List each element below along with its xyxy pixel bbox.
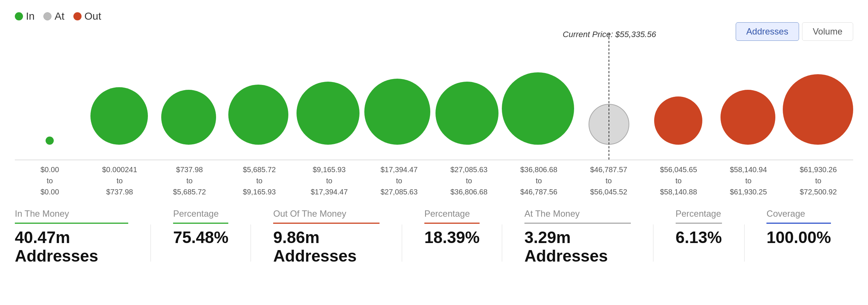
chart-area: Current Price: $55,335.56 bbox=[15, 33, 853, 160]
range-to-9: to bbox=[675, 177, 682, 185]
range-col-4: $9,165.93to$17,394.47 bbox=[294, 164, 364, 197]
bubble-col-10 bbox=[713, 33, 783, 145]
stat-label-2: Out Of The Money bbox=[273, 209, 380, 219]
bubble-1 bbox=[90, 87, 148, 145]
range-line3-2: $5,685.72 bbox=[173, 188, 206, 196]
stat-divider-3 bbox=[502, 224, 502, 262]
range-line1-2: $737.98 bbox=[176, 165, 203, 174]
range-line3-5: $27,085.63 bbox=[381, 188, 418, 196]
range-line1-11: $61,930.26 bbox=[800, 165, 837, 174]
stat-underline-5 bbox=[676, 223, 722, 224]
range-line1-10: $58,140.94 bbox=[730, 165, 767, 174]
bubble-11 bbox=[783, 74, 853, 145]
bubble-col-2 bbox=[154, 33, 223, 145]
stat-group-1: Percentage 75.48% bbox=[173, 209, 251, 247]
range-to-5: to bbox=[396, 177, 402, 185]
stat-label-5: Percentage bbox=[676, 209, 722, 219]
stat-label-0: In The Money bbox=[15, 209, 128, 219]
legend-dot-at bbox=[43, 12, 52, 20]
stat-divider-1 bbox=[251, 224, 251, 262]
range-col-11: $61,930.26to$72,500.92 bbox=[783, 164, 854, 197]
stat-underline-3 bbox=[424, 223, 480, 224]
legend: In At Out bbox=[0, 0, 868, 22]
range-to-10: to bbox=[745, 177, 752, 185]
range-col-7: $36,806.68to$46,787.56 bbox=[504, 164, 574, 197]
stat-divider-4 bbox=[653, 224, 653, 262]
range-line3-8: $56,045.52 bbox=[590, 188, 627, 196]
bubble-col-0 bbox=[15, 33, 85, 145]
legend-item-out: Out bbox=[73, 10, 101, 22]
current-price-label: Current Price: $55,335.56 bbox=[557, 30, 661, 39]
stat-divider-2 bbox=[402, 224, 402, 262]
range-line1-3: $5,685.72 bbox=[243, 165, 276, 174]
range-line1-4: $9,165.93 bbox=[313, 165, 346, 174]
range-to-0: to bbox=[47, 177, 53, 185]
stat-value-1: 75.48% bbox=[173, 228, 228, 247]
range-to-2: to bbox=[186, 177, 193, 185]
bubble-col-11 bbox=[783, 33, 853, 145]
stat-value-4: 3.29m Addresses bbox=[524, 228, 631, 265]
range-line1-6: $27,085.63 bbox=[450, 165, 487, 174]
bubbles-row bbox=[15, 33, 853, 145]
range-col-1: $0.000241to$737.98 bbox=[85, 164, 155, 197]
stat-divider-0 bbox=[150, 224, 151, 262]
range-col-10: $58,140.94to$61,930.25 bbox=[713, 164, 783, 197]
range-col-6: $27,085.63to$36,806.68 bbox=[434, 164, 504, 197]
bubble-col-4 bbox=[293, 33, 363, 145]
range-to-7: to bbox=[536, 177, 542, 185]
range-row: $0.00to$0.00$0.000241to$737.98$737.98to$… bbox=[0, 164, 868, 197]
range-line3-4: $17,394.47 bbox=[311, 188, 348, 196]
legend-dot-out bbox=[73, 12, 82, 20]
bubble-col-9 bbox=[644, 33, 713, 145]
stat-value-2: 9.86m Addresses bbox=[273, 228, 380, 265]
range-to-8: to bbox=[606, 177, 612, 185]
range-line1-7: $36,806.68 bbox=[520, 165, 557, 174]
range-line1-5: $17,394.47 bbox=[381, 165, 418, 174]
range-line3-1: $737.98 bbox=[106, 188, 133, 196]
legend-label-in: In bbox=[26, 10, 34, 22]
range-line3-11: $72,500.92 bbox=[800, 188, 837, 196]
stat-group-0: In The Money 40.47m Addresses bbox=[15, 209, 150, 265]
legend-item-in: In bbox=[15, 10, 34, 22]
range-to-1: to bbox=[116, 177, 123, 185]
bubble-col-3 bbox=[223, 33, 293, 145]
range-col-0: $0.00to$0.00 bbox=[15, 164, 85, 197]
stat-group-2: Out Of The Money 9.86m Addresses bbox=[273, 209, 402, 265]
legend-item-at: At bbox=[43, 10, 64, 22]
stat-underline-4 bbox=[524, 223, 631, 224]
stat-group-4: At The Money 3.29m Addresses bbox=[524, 209, 653, 265]
stat-label-1: Percentage bbox=[173, 209, 228, 219]
legend-label-at: At bbox=[54, 10, 64, 22]
stat-label-6: Coverage bbox=[766, 209, 831, 219]
range-line3-9: $58,140.88 bbox=[660, 188, 697, 196]
range-line1-1: $0.000241 bbox=[102, 165, 137, 174]
range-to-3: to bbox=[256, 177, 262, 185]
stat-underline-0 bbox=[15, 223, 128, 224]
range-col-8: $46,787.57to$56,045.52 bbox=[574, 164, 644, 197]
range-col-5: $17,394.47to$27,085.63 bbox=[364, 164, 434, 197]
chart-divider bbox=[15, 160, 853, 160]
range-line3-10: $61,930.25 bbox=[730, 188, 767, 196]
stat-label-3: Percentage bbox=[424, 209, 480, 219]
bubble-6 bbox=[435, 82, 498, 145]
bubble-col-6 bbox=[432, 33, 502, 145]
bubble-5 bbox=[364, 79, 430, 145]
range-col-3: $5,685.72to$9,165.93 bbox=[225, 164, 295, 197]
stat-value-0: 40.47m Addresses bbox=[15, 228, 128, 265]
stat-group-6: Coverage 100.00% bbox=[766, 209, 853, 247]
range-line1-9: $56,045.65 bbox=[660, 165, 697, 174]
range-line3-0: $0.00 bbox=[40, 188, 59, 196]
range-to-11: to bbox=[815, 177, 821, 185]
bubble-col-1 bbox=[85, 33, 154, 145]
stat-group-5: Percentage 6.13% bbox=[676, 209, 744, 247]
current-price-line: Current Price: $55,335.56 bbox=[609, 33, 609, 160]
legend-label-out: Out bbox=[85, 10, 101, 22]
legend-dot-in bbox=[15, 12, 23, 20]
stat-value-5: 6.13% bbox=[676, 228, 722, 247]
range-line1-8: $46,787.57 bbox=[590, 165, 627, 174]
bubble-3 bbox=[228, 85, 288, 145]
range-to-6: to bbox=[466, 177, 472, 185]
range-line1-0: $0.00 bbox=[40, 165, 59, 174]
stat-underline-1 bbox=[173, 223, 228, 224]
bubble-2 bbox=[161, 90, 216, 145]
